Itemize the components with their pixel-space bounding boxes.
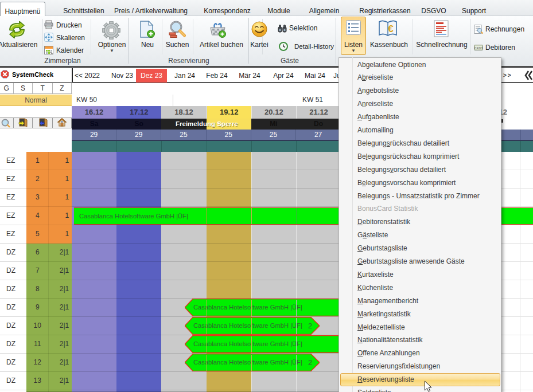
svg-text:€: € [388, 23, 394, 34]
svg-text:CASH: CASH [474, 46, 483, 50]
